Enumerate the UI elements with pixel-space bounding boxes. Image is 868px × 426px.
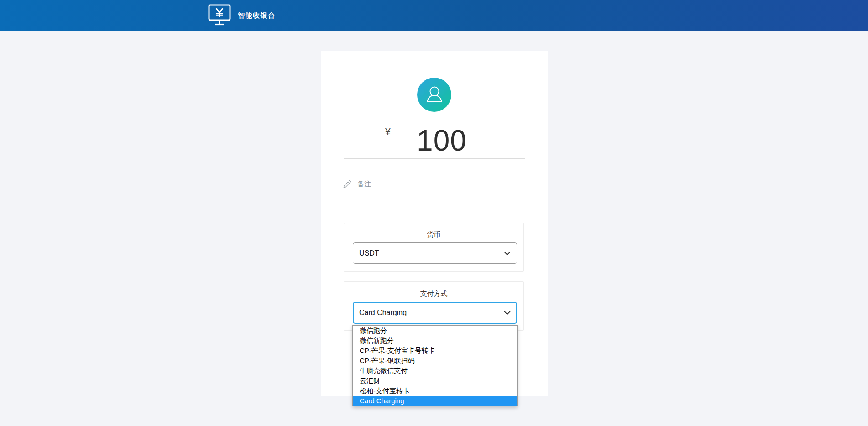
monitor-yuan-icon [208, 4, 231, 27]
dropdown-option[interactable]: 微信跑分 [353, 326, 517, 336]
dropdown-option[interactable]: CP-芒果-银联扫码 [353, 356, 517, 366]
dropdown-option[interactable]: CP-芒果-支付宝卡号转卡 [353, 346, 517, 356]
dropdown-option[interactable]: 牛脑壳微信支付 [353, 366, 517, 376]
currency-select[interactable]: USDT [353, 242, 517, 264]
payment-method-select[interactable]: Card Charging [353, 302, 517, 324]
currency-select-value: USDT [359, 249, 504, 258]
dropdown-option[interactable]: 松柏-支付宝转卡 [353, 386, 517, 396]
chevron-down-icon [504, 251, 511, 256]
dropdown-option[interactable]: 云汇财 [353, 376, 517, 386]
remark-label: 备注 [357, 180, 371, 189]
avatar [417, 78, 451, 112]
payment-card: ¥ 100 备注 货币 USDT 支付方式 Card Charging 微信跑分 [321, 51, 548, 396]
divider [344, 207, 525, 207]
currency-section: 货币 USDT [344, 223, 524, 272]
dropdown-option[interactable]: 微信新跑分 [353, 336, 517, 346]
payment-method-dropdown: 微信跑分 微信新跑分 CP-芒果-支付宝卡号转卡 CP-芒果-银联扫码 牛脑壳微… [352, 325, 518, 406]
remark-button[interactable]: 备注 [343, 179, 371, 189]
currency-section-label: 货币 [344, 223, 523, 239]
payment-method-section-label: 支付方式 [344, 282, 523, 298]
payment-method-select-value: Card Charging [359, 309, 504, 317]
chevron-down-icon [504, 310, 511, 315]
pencil-icon [343, 180, 351, 188]
user-icon [424, 84, 445, 105]
payment-method-section: 支付方式 Card Charging [344, 281, 524, 331]
amount-input[interactable]: 100 [344, 124, 525, 159]
app-title: 智能收银台 [238, 11, 276, 20]
app-header: 智能收银台 [0, 0, 868, 31]
dropdown-option-highlighted[interactable]: Card Charging [353, 396, 517, 406]
